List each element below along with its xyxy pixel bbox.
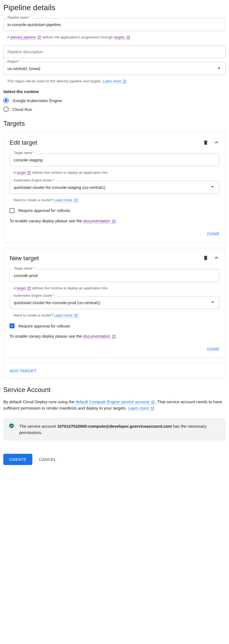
external-link-icon — [74, 198, 78, 202]
canary-text: To enable canary deploy please see the d… — [10, 334, 219, 338]
checkbox-checked-icon — [10, 323, 15, 328]
runtime-option-gke[interactable]: Google Kubernetes Engine — [3, 98, 226, 103]
pipeline-name-field: Pipeline name * — [3, 18, 226, 31]
target-help-link[interactable]: target — [17, 170, 31, 175]
pipeline-description-field — [3, 45, 226, 58]
done-button[interactable]: DONE — [207, 347, 219, 351]
target-name-input[interactable] — [10, 269, 219, 282]
target-card-staging: Edit target Target name * A target defin… — [3, 132, 226, 243]
target-name-helper: A target defines the runtime to deploy a… — [13, 286, 219, 291]
region-learn-more-link[interactable]: Learn more — [103, 79, 126, 83]
canary-doc-link[interactable]: documentation — [83, 334, 116, 339]
region-select[interactable]: us-central1 (Iowa) — [3, 62, 226, 75]
pipeline-name-input[interactable] — [3, 18, 226, 31]
canary-doc-link[interactable]: documentation — [83, 219, 116, 223]
cluster-field: Kubernetes Engine cluster * quickstart-c… — [10, 296, 219, 309]
collapse-target-button[interactable] — [213, 255, 219, 262]
region-helper: This region will be used for the deliver… — [7, 79, 226, 84]
checkbox-unchecked-icon — [10, 208, 15, 213]
delivery-pipeline-link[interactable]: delivery pipeline — [10, 35, 41, 40]
target-help-link[interactable]: target — [17, 286, 31, 290]
service-account-text: By default Cloud Deploy runs using the d… — [3, 399, 226, 411]
target-name-field: Target name * — [10, 269, 219, 282]
action-bar: CREATE CANCEL — [3, 454, 226, 465]
trash-icon — [203, 140, 208, 145]
region-field: Region * us-central1 (Iowa) — [3, 62, 226, 75]
target-name-label: Target name * — [12, 151, 36, 155]
external-link-icon — [74, 313, 78, 317]
add-target-card: ADD TARGET — [3, 363, 226, 378]
runtime-heading: Select the runtime — [3, 89, 226, 94]
target-card-title: New target — [10, 255, 198, 262]
external-link-icon — [27, 286, 31, 290]
target-name-label: Target name * — [12, 267, 36, 270]
approval-checkbox-row[interactable]: Require approval for rollouts — [10, 208, 219, 213]
page-title: Pipeline details — [3, 3, 226, 12]
approval-checkbox-row[interactable]: Require approval for rollouts — [10, 323, 219, 328]
runtime-option-label: Google Kubernetes Engine — [13, 98, 62, 103]
region-label: Region * — [6, 60, 21, 63]
cancel-button[interactable]: CANCEL — [39, 457, 56, 462]
success-icon — [9, 423, 14, 429]
cluster-select[interactable]: quickstart-cluster-for-console-prod (us-… — [10, 296, 219, 309]
cluster-helper: Need to create a cluster? Learn more — [13, 198, 219, 203]
cluster-label: Kubernetes Engine cluster * — [12, 178, 56, 182]
trash-icon — [203, 255, 208, 261]
external-link-icon — [37, 35, 41, 39]
approval-checkbox-label: Require approval for rollouts — [18, 324, 70, 328]
pipeline-description-input[interactable] — [3, 45, 226, 58]
runtime-option-label: Cloud Run — [13, 107, 32, 112]
cluster-select[interactable]: quickstart-cluster-for-console-staging (… — [10, 181, 219, 194]
external-link-icon — [112, 219, 116, 223]
external-link-icon — [27, 171, 31, 175]
target-card-prod: New target Target name * A target define… — [3, 248, 226, 358]
external-link-icon — [112, 335, 116, 338]
approval-checkbox-label: Require approval for rollouts — [18, 208, 70, 213]
cluster-helper: Need to create a cluster? Learn more — [13, 313, 219, 318]
chevron-up-icon — [213, 139, 219, 145]
canary-text: To enable canary deploy please see the d… — [10, 219, 219, 223]
sa-learn-more-link[interactable]: Learn more — [128, 406, 154, 411]
radio-unchecked-icon — [3, 107, 9, 112]
target-name-helper: A target defines the runtime to deploy a… — [13, 170, 219, 175]
target-name-input[interactable] — [10, 153, 219, 166]
service-account-notice: The service account 1070127022905-comput… — [3, 418, 226, 441]
external-link-icon — [151, 407, 154, 410]
done-button[interactable]: DONE — [207, 231, 219, 236]
external-link-icon — [126, 35, 130, 39]
cluster-field: Kubernetes Engine cluster * quickstart-c… — [10, 181, 219, 194]
targets-link[interactable]: targets — [114, 35, 130, 40]
target-name-field: Target name * — [10, 153, 219, 166]
pipeline-name-helper: A delivery pipeline defines the applicat… — [7, 35, 226, 40]
cluster-learn-more-link[interactable]: Learn more — [54, 198, 78, 202]
targets-heading: Targets — [3, 120, 226, 127]
create-button[interactable]: CREATE — [3, 454, 32, 465]
external-link-icon — [123, 79, 126, 83]
collapse-target-button[interactable] — [213, 139, 219, 146]
chevron-up-icon — [213, 255, 219, 261]
cluster-label: Kubernetes Engine cluster * — [12, 294, 56, 298]
external-link-icon — [151, 400, 155, 404]
pipeline-name-label: Pipeline name * — [6, 16, 32, 19]
service-account-heading: Service Account — [3, 386, 226, 394]
target-card-title: Edit target — [10, 139, 198, 146]
radio-checked-icon — [3, 98, 9, 103]
runtime-option-cloudrun[interactable]: Cloud Run — [3, 107, 226, 112]
add-target-button[interactable]: ADD TARGET — [10, 368, 36, 373]
cluster-learn-more-link[interactable]: Learn more — [54, 313, 78, 318]
delete-target-button[interactable] — [203, 140, 208, 146]
default-sa-link[interactable]: default Compute Engine service account — [76, 399, 155, 404]
notice-text: The service account 1070127022905-comput… — [19, 423, 220, 436]
delete-target-button[interactable] — [203, 255, 208, 261]
